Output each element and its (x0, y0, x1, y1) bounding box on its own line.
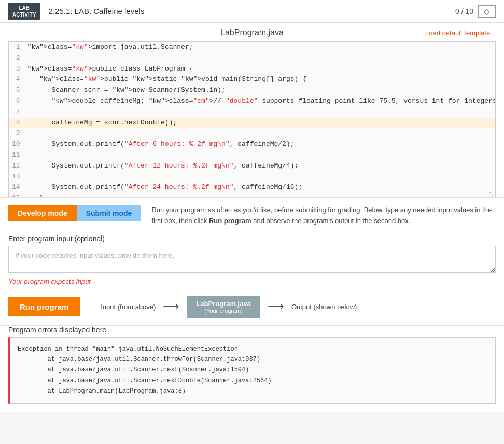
code-line-15: 15 } (9, 193, 496, 197)
code-line-14: 14 System.out.printf("After 24 hours: %.… (9, 182, 496, 193)
code-line-3: 3"kw">class="kw">public class LabProgram… (9, 64, 496, 75)
line-code: "kw">class="kw">public class LabProgram … (25, 64, 496, 75)
line-number: 13 (9, 172, 25, 183)
line-code: "kw">class="kw">public "kw">static "kw">… (25, 74, 496, 85)
run-program-button[interactable]: Run program (8, 297, 80, 316)
lab-activity-badge: LAB ACTIVITY (8, 3, 40, 20)
line-code: System.out.printf("After 24 hours: %.2f … (25, 182, 496, 193)
line-number: 4 (9, 74, 25, 85)
code-table: 1"kw">class="kw">import java.util.Scanne… (9, 42, 496, 197)
input-label: Enter program input (optional) (8, 234, 496, 243)
code-line-12: 12 System.out.printf("After 12 hours: %.… (9, 161, 496, 172)
line-code (25, 107, 496, 118)
code-line-1: 1"kw">class="kw">import java.util.Scanne… (9, 42, 496, 53)
line-number: 2 (9, 53, 25, 64)
input-section: Enter program input (optional) Your prog… (0, 234, 504, 290)
line-code: "kw">double caffeineMg; "kw">class="cm">… (25, 96, 496, 107)
code-line-7: 7 (9, 107, 496, 118)
line-code (25, 172, 496, 183)
program-box: LabProgram.java (Your program) (187, 296, 260, 318)
flow-output-label: Output (shown below) (291, 303, 357, 311)
header-title: 2.25.1: LAB: Caffeine levels (49, 7, 455, 16)
resize-handle[interactable]: ⋱ (489, 190, 494, 196)
line-code: } (25, 193, 496, 197)
line-number: 12 (9, 161, 25, 172)
line-number: 6 (9, 96, 25, 107)
header: LAB ACTIVITY 2.25.1: LAB: Caffeine level… (0, 0, 504, 23)
develop-mode-button[interactable]: Develop mode (8, 205, 77, 221)
run-flow: Input (from above) ⟶ LabProgram.java (Yo… (101, 296, 357, 318)
line-number: 7 (9, 107, 25, 118)
main-content: LabProgram.java Load default template...… (0, 23, 504, 412)
line-number: 14 (9, 182, 25, 193)
editor-header: LabProgram.java Load default template... (8, 23, 496, 41)
editor-section: LabProgram.java Load default template...… (0, 23, 504, 197)
line-code (25, 150, 496, 161)
line-code: System.out.printf("After 12 hours: %.2f … (25, 161, 496, 172)
arrow-1-icon: ⟶ (163, 300, 179, 313)
score-badge: ◇ (478, 5, 496, 18)
line-number: 8 (9, 118, 25, 129)
load-template-link[interactable]: Load default template... (425, 29, 496, 37)
code-line-11: 11 (9, 150, 496, 161)
program-input[interactable] (8, 246, 496, 273)
code-editor[interactable]: 1"kw">class="kw">import java.util.Scanne… (8, 41, 496, 197)
line-number: 1 (9, 42, 25, 53)
error-label: Program errors displayed here (8, 326, 496, 334)
code-line-4: 4 "kw">class="kw">public "kw">static "kw… (9, 74, 496, 85)
code-line-2: 2 (9, 53, 496, 64)
code-line-5: 5 Scanner scnr = "kw">new Scanner(System… (9, 85, 496, 96)
run-section: Run program Input (from above) ⟶ LabProg… (0, 290, 504, 325)
line-number: 5 (9, 85, 25, 96)
code-line-13: 13 (9, 172, 496, 183)
code-line-8: 8 caffeineMg = scnr.nextDouble(); (9, 118, 496, 129)
editor-filename: LabProgram.java (171, 28, 333, 37)
line-code: "kw">class="kw">import java.util.Scanner… (25, 42, 496, 53)
code-line-10: 10 System.out.printf("After 6 hours: %.2… (9, 139, 496, 150)
code-line-6: 6 "kw">double caffeineMg; "kw">class="cm… (9, 96, 496, 107)
line-code: Scanner scnr = "kw">new Scanner(System.i… (25, 85, 496, 96)
line-code (25, 128, 496, 139)
error-box: Exception in thread "main" java.util.NoS… (8, 337, 496, 404)
arrow-2-icon: ⟶ (268, 300, 284, 313)
line-number: 9 (9, 128, 25, 139)
mode-section: Develop mode Submit mode Run your progra… (0, 198, 504, 234)
code-line-9: 9 (9, 128, 496, 139)
line-code: caffeineMg = scnr.nextDouble(); (25, 118, 496, 129)
line-number: 10 (9, 139, 25, 150)
line-number: 15 (9, 193, 25, 197)
line-code (25, 53, 496, 64)
error-section: Program errors displayed here Exception … (0, 326, 504, 412)
line-number: 11 (9, 150, 25, 161)
input-warning: Your program expects input (8, 278, 496, 285)
mode-description: Run your program as often as you'd like,… (151, 205, 496, 227)
submit-mode-button[interactable]: Submit mode (77, 205, 142, 221)
header-score: 0 / 10 ◇ (455, 5, 496, 18)
line-number: 3 (9, 64, 25, 75)
line-code: System.out.printf("After 6 hours: %.2f m… (25, 139, 496, 150)
mode-buttons: Develop mode Submit mode (8, 205, 141, 221)
flow-input-label: Input (from above) (101, 303, 156, 311)
